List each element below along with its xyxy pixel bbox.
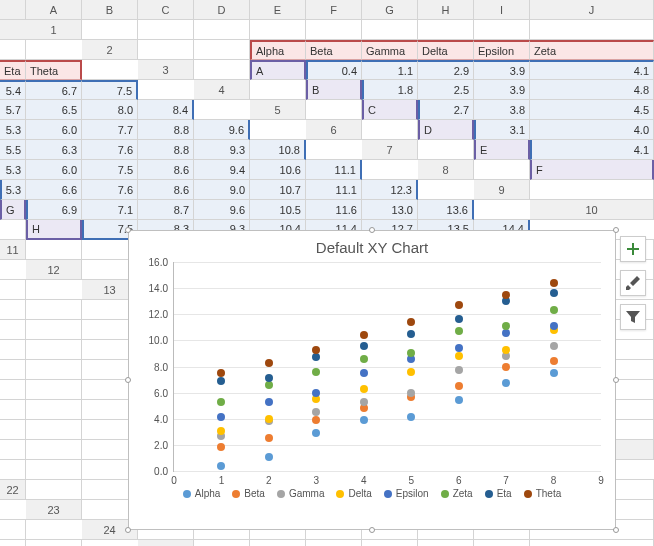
point-Delta[interactable]: [455, 352, 463, 360]
chart-filters-button[interactable]: [620, 304, 646, 330]
cell-J4[interactable]: 8.4: [138, 100, 194, 120]
col-header-H[interactable]: H: [418, 0, 474, 20]
point-Epsilon[interactable]: [265, 398, 273, 406]
chart-elements-button[interactable]: [620, 236, 646, 262]
cell-G25[interactable]: [530, 540, 654, 546]
cell-F9[interactable]: 9.6: [194, 200, 250, 220]
point-Eta[interactable]: [455, 315, 463, 323]
point-Theta[interactable]: [502, 291, 510, 299]
cell-D5[interactable]: 3.8: [474, 100, 530, 120]
point-Alpha[interactable]: [502, 379, 510, 387]
point-Gamma[interactable]: [407, 389, 415, 397]
cell-F8[interactable]: 8.6: [138, 180, 194, 200]
cell-C4[interactable]: 1.8: [362, 80, 418, 100]
point-Delta[interactable]: [407, 368, 415, 376]
cell-D4[interactable]: 2.5: [418, 80, 474, 100]
col-header-E[interactable]: E: [250, 0, 306, 20]
col-header-J[interactable]: J: [530, 0, 654, 20]
cell-C7[interactable]: 4.1: [530, 140, 654, 160]
cell-F5[interactable]: 5.3: [0, 120, 26, 140]
point-Epsilon[interactable]: [360, 369, 368, 377]
point-Zeta[interactable]: [312, 368, 320, 376]
row-header-11[interactable]: 11: [0, 240, 26, 260]
point-Theta[interactable]: [407, 318, 415, 326]
cell-B4[interactable]: B: [306, 80, 362, 100]
cell-C9[interactable]: 6.9: [26, 200, 82, 220]
cell-I8[interactable]: 11.1: [306, 180, 362, 200]
cell-B8[interactable]: F: [530, 160, 654, 180]
cell-C3[interactable]: 0.4: [306, 60, 362, 80]
cell-C2[interactable]: Alpha: [250, 40, 306, 60]
row-header-22[interactable]: 22: [0, 480, 26, 500]
cell-J24[interactable]: [26, 540, 82, 546]
cell-H1[interactable]: [474, 20, 530, 40]
chart-title[interactable]: Default XY Chart: [129, 231, 615, 258]
cell-B21[interactable]: [26, 460, 82, 480]
row-header-25[interactable]: 25: [138, 540, 194, 546]
cell-B5[interactable]: C: [362, 100, 418, 120]
cell-G7[interactable]: 8.6: [138, 160, 194, 180]
row-header-7[interactable]: 7: [362, 140, 418, 160]
cell-D3[interactable]: 1.1: [362, 60, 418, 80]
point-Epsilon[interactable]: [455, 344, 463, 352]
cell-A7[interactable]: [418, 140, 474, 160]
legend-item-Gamma[interactable]: Gamma: [277, 488, 325, 499]
cell-D6[interactable]: 4.0: [530, 120, 654, 140]
cell-E7[interactable]: 6.0: [26, 160, 82, 180]
cell-A3[interactable]: [194, 60, 250, 80]
row-header-2[interactable]: 2: [82, 40, 138, 60]
point-Theta[interactable]: [360, 331, 368, 339]
legend-item-Epsilon[interactable]: Epsilon: [384, 488, 429, 499]
cell-F6[interactable]: 6.3: [26, 140, 82, 160]
point-Theta[interactable]: [455, 301, 463, 309]
cell-J2[interactable]: Theta: [26, 60, 82, 80]
cell-H4[interactable]: 6.5: [26, 100, 82, 120]
chart-legend[interactable]: AlphaBetaGammaDeltaEpsilonZetaEtaTheta: [129, 472, 615, 505]
cell-E8[interactable]: 7.6: [82, 180, 138, 200]
cell-I1[interactable]: [530, 20, 654, 40]
cell-A5[interactable]: [306, 100, 362, 120]
point-Gamma[interactable]: [360, 398, 368, 406]
cell-G4[interactable]: 5.7: [0, 100, 26, 120]
cell-H6[interactable]: 8.8: [138, 140, 194, 160]
col-header-D[interactable]: D: [194, 0, 250, 20]
cell-B6[interactable]: D: [418, 120, 474, 140]
cell-E17[interactable]: [0, 380, 26, 400]
cell-E6[interactable]: 5.5: [0, 140, 26, 160]
cell-I6[interactable]: 9.3: [194, 140, 250, 160]
col-header-G[interactable]: G: [362, 0, 418, 20]
cell-H9[interactable]: 11.6: [306, 200, 362, 220]
point-Alpha[interactable]: [455, 396, 463, 404]
cell-E18[interactable]: [26, 400, 82, 420]
point-Eta[interactable]: [360, 342, 368, 350]
cell-D8[interactable]: 6.6: [26, 180, 82, 200]
point-Alpha[interactable]: [217, 462, 225, 470]
point-Zeta[interactable]: [455, 327, 463, 335]
cell-E1[interactable]: [306, 20, 362, 40]
cell-J5[interactable]: 9.6: [194, 120, 250, 140]
point-Zeta[interactable]: [550, 306, 558, 314]
cell-I9[interactable]: 13.0: [362, 200, 418, 220]
cell-G8[interactable]: 9.0: [194, 180, 250, 200]
col-header-I[interactable]: I: [474, 0, 530, 20]
cell-G9[interactable]: 10.5: [250, 200, 306, 220]
cell-B7[interactable]: E: [474, 140, 530, 160]
point-Eta[interactable]: [550, 289, 558, 297]
cell-J8[interactable]: 12.3: [362, 180, 418, 200]
row-header-9[interactable]: 9: [474, 180, 530, 200]
point-Zeta[interactable]: [217, 398, 225, 406]
point-Beta[interactable]: [455, 382, 463, 390]
cell-D18[interactable]: [0, 400, 26, 420]
legend-item-Theta[interactable]: Theta: [524, 488, 562, 499]
cell-H8[interactable]: 10.7: [250, 180, 306, 200]
point-Alpha[interactable]: [312, 429, 320, 437]
point-Delta[interactable]: [217, 427, 225, 435]
cell-I3[interactable]: 6.7: [26, 80, 82, 100]
col-header-B[interactable]: B: [82, 0, 138, 20]
cell-J1[interactable]: [0, 40, 26, 60]
point-Beta[interactable]: [217, 443, 225, 451]
cell-I5[interactable]: 8.8: [138, 120, 194, 140]
col-header-F[interactable]: F: [306, 0, 362, 20]
point-Delta[interactable]: [360, 385, 368, 393]
cell-I24[interactable]: [0, 540, 26, 546]
